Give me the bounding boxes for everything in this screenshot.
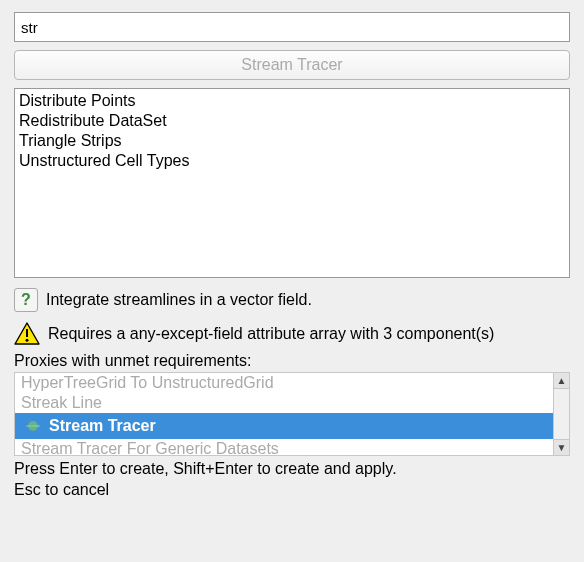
search-input[interactable]	[14, 12, 570, 42]
scroll-down-button[interactable]: ▼	[554, 439, 569, 455]
unmet-label: Proxies with unmet requirements:	[14, 352, 570, 370]
scrollbar[interactable]: ▲ ▼	[553, 373, 570, 455]
svg-rect-1	[26, 329, 28, 337]
keyboard-hint: Press Enter to create, Shift+Enter to cr…	[14, 458, 570, 500]
list-item[interactable]: Distribute Points	[19, 91, 565, 111]
hint-line: Esc to cancel	[14, 479, 570, 500]
list-item[interactable]: Unstructured Cell Types	[19, 151, 565, 171]
unmet-list[interactable]: HyperTreeGrid To UnstructuredGrid Streak…	[14, 372, 570, 456]
info-text: Integrate streamlines in a vector field.	[46, 291, 312, 309]
source-icon	[25, 418, 41, 434]
svg-point-2	[26, 339, 29, 342]
list-item[interactable]: Redistribute DataSet	[19, 111, 565, 131]
unmet-item[interactable]: Stream Tracer For Generic Datasets	[15, 439, 553, 455]
unmet-item[interactable]: HyperTreeGrid To UnstructuredGrid	[15, 373, 553, 393]
list-item[interactable]: Triangle Strips	[19, 131, 565, 151]
unmet-item[interactable]: Streak Line	[15, 393, 553, 413]
unmet-item-label: Stream Tracer	[49, 416, 156, 436]
results-list[interactable]: Distribute Points Redistribute DataSet T…	[14, 88, 570, 278]
warning-icon	[14, 322, 40, 346]
warning-row: Requires a any-except-field attribute ar…	[14, 322, 570, 346]
scroll-up-button[interactable]: ▲	[554, 373, 569, 389]
hint-line: Press Enter to create, Shift+Enter to cr…	[14, 458, 570, 479]
help-icon: ?	[14, 288, 38, 312]
info-row: ? Integrate streamlines in a vector fiel…	[14, 288, 570, 312]
filter-search-dialog: Stream Tracer Distribute Points Redistri…	[0, 0, 584, 562]
create-filter-button[interactable]: Stream Tracer	[14, 50, 570, 80]
unmet-item-selected[interactable]: Stream Tracer	[15, 413, 553, 439]
warning-text: Requires a any-except-field attribute ar…	[48, 325, 494, 343]
